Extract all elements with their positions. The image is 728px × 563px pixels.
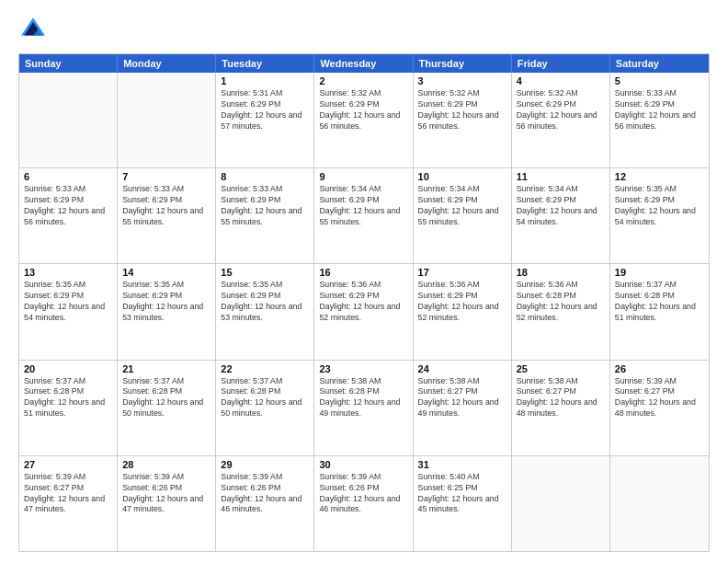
day-number: 29 (221, 459, 309, 470)
day-number: 20 (24, 363, 112, 374)
cell-info: Sunrise: 5:31 AMSunset: 6:29 PMDaylight:… (221, 88, 309, 132)
day-number: 16 (319, 267, 407, 278)
calendar-cell: 23Sunrise: 5:38 AMSunset: 6:28 PMDayligh… (314, 361, 413, 455)
calendar-row-3: 20Sunrise: 5:37 AMSunset: 6:28 PMDayligh… (19, 360, 709, 455)
day-number: 8 (221, 171, 309, 182)
logo-icon (18, 15, 48, 44)
cell-info: Sunrise: 5:35 AMSunset: 6:29 PMDaylight:… (122, 280, 210, 324)
calendar-cell: 25Sunrise: 5:38 AMSunset: 6:27 PMDayligh… (512, 361, 610, 455)
calendar-cell: 5Sunrise: 5:33 AMSunset: 6:29 PMDaylight… (610, 73, 709, 167)
cell-info: Sunrise: 5:35 AMSunset: 6:29 PMDaylight:… (615, 184, 704, 228)
cell-info: Sunrise: 5:39 AMSunset: 6:27 PMDaylight:… (615, 376, 704, 420)
day-number: 30 (319, 459, 407, 470)
cell-info: Sunrise: 5:33 AMSunset: 6:29 PMDaylight:… (615, 88, 704, 132)
day-number: 19 (615, 267, 704, 278)
calendar-cell: 4Sunrise: 5:32 AMSunset: 6:29 PMDaylight… (512, 73, 610, 167)
day-number: 26 (615, 363, 704, 374)
calendar-cell: 10Sunrise: 5:34 AMSunset: 6:29 PMDayligh… (414, 168, 512, 263)
cell-info: Sunrise: 5:32 AMSunset: 6:29 PMDaylight:… (517, 88, 605, 132)
cell-info: Sunrise: 5:33 AMSunset: 6:29 PMDaylight:… (24, 184, 112, 228)
cell-info: Sunrise: 5:38 AMSunset: 6:27 PMDaylight:… (517, 376, 605, 420)
header (18, 15, 710, 44)
calendar-row-4: 27Sunrise: 5:39 AMSunset: 6:27 PMDayligh… (19, 455, 709, 551)
calendar-cell: 30Sunrise: 5:39 AMSunset: 6:26 PMDayligh… (314, 456, 413, 551)
cell-info: Sunrise: 5:37 AMSunset: 6:28 PMDaylight:… (615, 280, 704, 324)
cell-info: Sunrise: 5:39 AMSunset: 6:26 PMDaylight:… (221, 472, 309, 516)
header-day-tuesday: Tuesday (216, 54, 314, 73)
calendar-cell: 8Sunrise: 5:33 AMSunset: 6:29 PMDaylight… (216, 168, 314, 263)
cell-info: Sunrise: 5:36 AMSunset: 6:29 PMDaylight:… (319, 280, 407, 324)
day-number: 13 (24, 267, 112, 278)
calendar-cell: 3Sunrise: 5:32 AMSunset: 6:29 PMDaylight… (414, 73, 512, 167)
cell-info: Sunrise: 5:37 AMSunset: 6:28 PMDaylight:… (24, 376, 112, 420)
calendar-cell: 24Sunrise: 5:38 AMSunset: 6:27 PMDayligh… (414, 361, 512, 455)
day-number: 9 (319, 171, 407, 182)
calendar-row-0: 1Sunrise: 5:31 AMSunset: 6:29 PMDaylight… (19, 73, 709, 167)
calendar-cell (19, 73, 118, 167)
day-number: 18 (517, 267, 605, 278)
logo (18, 15, 51, 44)
day-number: 22 (221, 363, 309, 374)
calendar-cell: 9Sunrise: 5:34 AMSunset: 6:29 PMDaylight… (314, 168, 413, 263)
page: SundayMondayTuesdayWednesdayThursdayFrid… (0, 0, 728, 563)
day-number: 15 (221, 267, 309, 278)
calendar-row-2: 13Sunrise: 5:35 AMSunset: 6:29 PMDayligh… (19, 263, 709, 359)
calendar-cell: 19Sunrise: 5:37 AMSunset: 6:28 PMDayligh… (610, 264, 709, 359)
day-number: 14 (122, 267, 210, 278)
calendar-cell: 18Sunrise: 5:36 AMSunset: 6:28 PMDayligh… (512, 264, 610, 359)
cell-info: Sunrise: 5:32 AMSunset: 6:29 PMDaylight:… (418, 88, 506, 132)
calendar-cell: 11Sunrise: 5:34 AMSunset: 6:29 PMDayligh… (512, 168, 610, 263)
cell-info: Sunrise: 5:35 AMSunset: 6:29 PMDaylight:… (221, 280, 309, 324)
cell-info: Sunrise: 5:39 AMSunset: 6:26 PMDaylight:… (319, 472, 407, 516)
cell-info: Sunrise: 5:38 AMSunset: 6:28 PMDaylight:… (319, 376, 407, 420)
header-day-friday: Friday (512, 54, 610, 73)
calendar-cell: 15Sunrise: 5:35 AMSunset: 6:29 PMDayligh… (216, 264, 314, 359)
cell-info: Sunrise: 5:34 AMSunset: 6:29 PMDaylight:… (319, 184, 407, 228)
calendar-body: 1Sunrise: 5:31 AMSunset: 6:29 PMDaylight… (19, 73, 709, 551)
calendar-cell (512, 456, 610, 551)
header-day-monday: Monday (118, 54, 216, 73)
calendar-cell: 29Sunrise: 5:39 AMSunset: 6:26 PMDayligh… (216, 456, 314, 551)
cell-info: Sunrise: 5:37 AMSunset: 6:28 PMDaylight:… (221, 376, 309, 420)
day-number: 17 (418, 267, 506, 278)
header-day-saturday: Saturday (610, 54, 709, 73)
day-number: 4 (517, 75, 605, 86)
day-number: 31 (418, 459, 506, 470)
day-number: 23 (319, 363, 407, 374)
day-number: 1 (221, 75, 309, 86)
cell-info: Sunrise: 5:34 AMSunset: 6:29 PMDaylight:… (418, 184, 506, 228)
calendar-cell (118, 73, 216, 167)
calendar-row-1: 6Sunrise: 5:33 AMSunset: 6:29 PMDaylight… (19, 167, 709, 263)
day-number: 21 (122, 363, 210, 374)
calendar-cell (610, 456, 709, 551)
day-number: 3 (418, 75, 506, 86)
day-number: 7 (122, 171, 210, 182)
calendar-cell: 17Sunrise: 5:36 AMSunset: 6:29 PMDayligh… (414, 264, 512, 359)
day-number: 11 (517, 171, 605, 182)
header-day-wednesday: Wednesday (314, 54, 413, 73)
cell-info: Sunrise: 5:34 AMSunset: 6:29 PMDaylight:… (517, 184, 605, 228)
header-day-thursday: Thursday (414, 54, 512, 73)
calendar-cell: 12Sunrise: 5:35 AMSunset: 6:29 PMDayligh… (610, 168, 709, 263)
calendar-cell: 7Sunrise: 5:33 AMSunset: 6:29 PMDaylight… (118, 168, 216, 263)
cell-info: Sunrise: 5:40 AMSunset: 6:25 PMDaylight:… (418, 472, 506, 516)
cell-info: Sunrise: 5:32 AMSunset: 6:29 PMDaylight:… (319, 88, 407, 132)
cell-info: Sunrise: 5:36 AMSunset: 6:29 PMDaylight:… (418, 280, 506, 324)
header-day-sunday: Sunday (19, 54, 118, 73)
day-number: 25 (517, 363, 605, 374)
cell-info: Sunrise: 5:35 AMSunset: 6:29 PMDaylight:… (24, 280, 112, 324)
calendar-cell: 16Sunrise: 5:36 AMSunset: 6:29 PMDayligh… (314, 264, 413, 359)
calendar-cell: 14Sunrise: 5:35 AMSunset: 6:29 PMDayligh… (118, 264, 216, 359)
calendar-cell: 31Sunrise: 5:40 AMSunset: 6:25 PMDayligh… (414, 456, 512, 551)
calendar-header: SundayMondayTuesdayWednesdayThursdayFrid… (19, 54, 709, 73)
cell-info: Sunrise: 5:33 AMSunset: 6:29 PMDaylight:… (122, 184, 210, 228)
cell-info: Sunrise: 5:39 AMSunset: 6:27 PMDaylight:… (24, 472, 112, 516)
day-number: 6 (24, 171, 112, 182)
calendar-cell: 21Sunrise: 5:37 AMSunset: 6:28 PMDayligh… (118, 361, 216, 455)
day-number: 2 (319, 75, 407, 86)
day-number: 5 (615, 75, 704, 86)
cell-info: Sunrise: 5:33 AMSunset: 6:29 PMDaylight:… (221, 184, 309, 228)
day-number: 28 (122, 459, 210, 470)
cell-info: Sunrise: 5:39 AMSunset: 6:26 PMDaylight:… (122, 472, 210, 516)
cell-info: Sunrise: 5:38 AMSunset: 6:27 PMDaylight:… (418, 376, 506, 420)
